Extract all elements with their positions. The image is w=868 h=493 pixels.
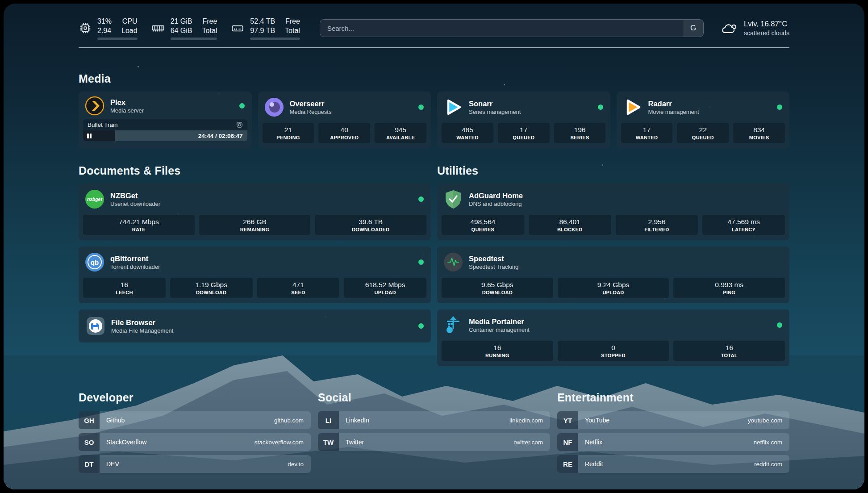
memory-total-label: Total [202,26,217,35]
nzbget-card: nzbget NZBGet Usenet downloader 74 [79,184,431,240]
bookmark-abbr: DT [79,455,100,473]
nzbget-icon: nzbget [85,189,104,209]
section-header-documents: Documents & Files [79,164,431,177]
weather-condition: scattered clouds [744,29,789,37]
portainer-name: Media Portainer [469,317,530,326]
qbittorrent-icon: qb [85,252,104,272]
plex-icon [85,96,104,116]
memory-total-value: 64 GiB [171,26,192,35]
bookmark-name: YouTube [578,417,609,424]
bookmark-abbr: LI [318,411,339,429]
media-cards: Plex Media server Bullet Train [79,92,789,148]
nzbget-link[interactable]: nzbget NZBGet Usenet downloader [79,184,431,214]
speedtest-name: Speedtest [469,254,518,263]
search-bar: G [320,19,704,37]
bookmark-reddit[interactable]: RE Reddit reddit.com [557,455,789,473]
filebrowser-link[interactable]: File Browser Media File Management [79,309,431,343]
sonarr-name: Sonarr [469,99,521,109]
overseerr-link[interactable]: Overseerr Media Requests [258,92,431,122]
plex-link[interactable]: Plex Media server [79,92,252,119]
sonarr-link[interactable]: Sonarr Series management [437,92,610,122]
ram-icon [151,21,165,35]
radarr-icon [623,97,643,117]
bookmark-github[interactable]: GH Github github.com [79,411,311,429]
disk-total-value: 97.9 TB [250,26,275,35]
adguard-icon [443,189,463,209]
nzbget-status-dot [418,196,424,202]
qbittorrent-stat-seed: 471SEED [257,278,340,298]
speedtest-icon [443,252,463,272]
bookmark-url: youtube.com [748,417,789,424]
disk-widget: 52.4 TB Free 97.9 TB Total [230,17,300,40]
radarr-stat-movies: 834MOVIES [733,123,785,143]
search-input[interactable] [320,20,683,37]
bookmark-stackoverflow[interactable]: SO StackOverflow stackoverflow.com [79,433,311,451]
portainer-card: Media Portainer Container management 16R… [437,309,789,366]
overseerr-stat-approved: 40APPROVED [318,123,370,143]
section-header-social: Social [318,391,550,404]
now-playing-time: 24:44 / 02:06:47 [198,133,247,139]
memory-progress-bar [171,38,217,40]
disk-progress-bar [250,38,300,40]
bookmark-dev[interactable]: DT DEV dev.to [79,455,311,473]
portainer-icon [443,315,463,335]
disk-icon [230,21,245,35]
bookmark-twitter[interactable]: TW Twitter twitter.com [318,433,550,451]
pause-icon [87,134,92,138]
now-playing-options-icon[interactable] [236,121,243,128]
disk-total-label: Total [285,26,300,35]
adguard-stat-queries: 498,564QUERIES [442,215,524,235]
cloud-icon [720,21,738,36]
qbittorrent-link[interactable]: qb qBittorrent Torrent downloader [79,246,431,277]
speedtest-link[interactable]: Speedtest Speedtest Tracking [437,246,789,277]
search-go-button[interactable]: G [683,20,703,37]
portainer-status-dot [777,322,782,328]
topbar-divider [79,47,789,48]
bookmark-name: LinkedIn [339,417,369,424]
bookmark-url: stackoverflow.com [255,439,311,446]
qbittorrent-name: qBittorrent [110,254,160,263]
cpu-usage-label: CPU [121,17,138,26]
dashboard-screen: 31% CPU 2.94 Load [4,4,864,489]
radarr-link[interactable]: Radarr Movie management [617,92,790,122]
plex-desc: Media server [110,107,144,114]
overseerr-stat-available: 945AVAILABLE [375,123,426,143]
bookmark-linkedin[interactable]: LI LinkedIn linkedin.com [318,411,550,429]
cpu-load-value: 2.94 [97,26,112,35]
svg-text:qb: qb [91,259,99,266]
utilities-column: Utilities [437,164,789,366]
radarr-stat-wanted: 17WANTED [621,123,673,143]
disk-free-value: 52.4 TB [250,17,275,26]
radarr-stat-queued: 22QUEUED [677,123,729,143]
speedtest-card: Speedtest Speedtest Tracking 9.65 GbpsDO… [437,246,789,303]
speedtest-desc: Speedtest Tracking [469,263,518,270]
qbittorrent-stat-upload: 618.52 MbpsUPLOAD [344,278,426,298]
overseerr-name: Overseerr [290,99,332,109]
sonarr-stat-series: 196SERIES [554,123,606,143]
memory-free-value: 21 GiB [171,17,192,26]
bookmark-name: Twitter [339,439,364,446]
bookmark-youtube[interactable]: YT YouTube youtube.com [557,411,789,429]
plex-now-playing: Bullet Train 24:44 / 02:06:47 [83,119,247,141]
bookmark-abbr: SO [79,433,100,451]
cpu-usage-value: 31% [97,17,112,26]
adguard-link[interactable]: AdGuard Home DNS and adblocking [437,184,789,214]
cpu-progress-bar [97,38,138,40]
bookmark-name: Netflix [578,439,602,446]
bookmark-name: DEV [100,460,119,468]
plex-status-dot [239,103,245,109]
nzbget-stat-downloaded: 39.6 TBDOWNLOADED [315,215,426,235]
bookmarks-developer: Developer GH Github github.com SO StackO… [79,391,311,477]
plex-name: Plex [110,98,144,107]
bookmark-netflix[interactable]: NF Netflix netflix.com [557,433,789,451]
sonarr-stat-queued: 17QUEUED [498,123,550,143]
bookmark-name: StackOverflow [100,439,146,446]
bookmark-url: github.com [274,417,311,424]
overseerr-stat-pending: 21PENDING [263,123,314,143]
section-header-developer: Developer [79,391,311,404]
portainer-link[interactable]: Media Portainer Container management [437,309,789,340]
bookmarks-entertainment: Entertainment YT YouTube youtube.com NF … [557,391,789,477]
portainer-stat-total: 16TOTAL [673,341,785,361]
filebrowser-desc: Media File Management [111,327,173,334]
now-playing-title: Bullet Train [88,121,118,128]
